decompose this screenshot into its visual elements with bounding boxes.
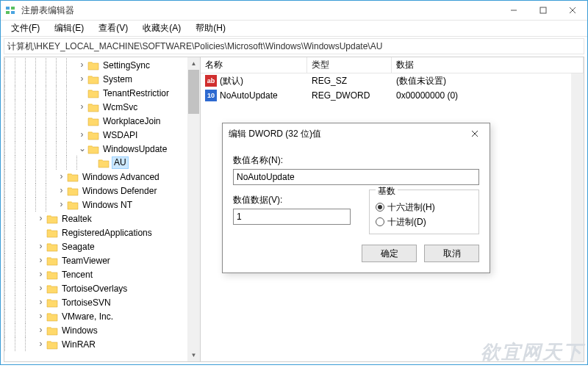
tree-node-workplacejoin[interactable]: WorkplaceJoin	[4, 114, 200, 128]
radio-dec-row[interactable]: 十进制(D)	[376, 214, 473, 229]
expand-icon[interactable]: ›	[56, 172, 67, 181]
tree-node-wsdapi[interactable]: ›WSDAPI	[4, 128, 200, 142]
value-name-input[interactable]	[233, 169, 479, 185]
folder-icon	[87, 88, 99, 98]
expand-icon[interactable]: ⌄	[76, 144, 87, 153]
expand-icon[interactable]: ›	[56, 200, 67, 209]
col-data[interactable]: 数据	[392, 57, 584, 73]
tree-node-tencent[interactable]: ›Tencent	[4, 267, 200, 281]
value-data-input[interactable]	[233, 209, 351, 225]
tree-node-settingsync[interactable]: ›SettingSync	[4, 58, 200, 72]
expand-icon[interactable]: ›	[35, 284, 46, 292]
scroll-thumb[interactable]	[188, 70, 199, 114]
tree-node-realtek[interactable]: ›Realtek	[4, 212, 200, 226]
tree-scrollbar[interactable]: ▲ ▼	[187, 57, 200, 361]
expand-icon[interactable]: ›	[35, 339, 46, 348]
folder-icon	[98, 158, 110, 168]
folder-icon	[46, 270, 58, 280]
expand-icon[interactable]: ›	[76, 74, 87, 83]
value-name: NoAutoUpdate	[220, 90, 278, 101]
menu-favorites[interactable]: 收藏夹(A)	[135, 21, 188, 36]
radio-dec[interactable]	[376, 217, 384, 226]
folder-icon	[87, 74, 99, 84]
menubar: 文件(F) 编辑(E) 查看(V) 收藏夹(A) 帮助(H)	[1, 21, 587, 37]
tree-node-tortoiseoverlays[interactable]: ›TortoiseOverlays	[4, 281, 200, 295]
minimize-button[interactable]	[499, 1, 528, 21]
list-row[interactable]: NoAutoUpdateREG_DWORD0x00000000 (0)	[201, 88, 584, 103]
tree-node-windows-defender[interactable]: ›Windows Defender	[4, 184, 200, 198]
menu-view[interactable]: 查看(V)	[91, 21, 135, 36]
tree-node-windowsupdate[interactable]: ⌄WindowsUpdate	[4, 142, 200, 156]
folder-icon	[67, 186, 79, 196]
tree-node-label: WcmSvc	[101, 102, 139, 112]
folder-icon	[67, 172, 79, 182]
tree-node-winrar[interactable]: ›WinRAR	[4, 337, 200, 351]
tree-node-au[interactable]: AU	[4, 156, 200, 170]
expand-icon[interactable]: ›	[35, 242, 46, 250]
tree-node-label: WindowsUpdate	[101, 144, 168, 154]
col-type[interactable]: 类型	[307, 57, 392, 73]
tree-node-seagate[interactable]: ›Seagate	[4, 239, 200, 253]
dialog-titlebar[interactable]: 编辑 DWORD (32 位)值	[223, 123, 490, 144]
svg-rect-3	[11, 11, 15, 14]
radio-dec-label: 十进制(D)	[387, 216, 426, 228]
tree-node-label: SettingSync	[101, 60, 151, 71]
scroll-down-icon[interactable]: ▼	[187, 349, 200, 361]
tree-node-windows-nt[interactable]: ›Windows NT	[4, 198, 200, 212]
value-name: (默认)	[220, 75, 243, 87]
tree-node-vmware-inc-[interactable]: ›VMware, Inc.	[4, 309, 200, 323]
folder-icon	[87, 130, 99, 140]
tree-node-system[interactable]: ›System	[4, 72, 200, 86]
radio-hex[interactable]	[376, 203, 384, 212]
tree-node-windows[interactable]: ›Windows	[4, 323, 200, 337]
tree-node-label: TenantRestrictior	[101, 88, 171, 98]
scroll-up-icon[interactable]: ▲	[187, 57, 200, 70]
col-name[interactable]: 名称	[201, 57, 307, 73]
tree-node-label: System	[101, 74, 134, 84]
menu-file[interactable]: 文件(F)	[4, 21, 47, 36]
dialog-close-button[interactable]	[460, 123, 490, 144]
folder-icon	[46, 297, 58, 308]
tree-node-label: VMware, Inc.	[60, 311, 115, 322]
tree-node-teamviewer[interactable]: ›TeamViewer	[4, 253, 200, 267]
string-value-icon	[205, 75, 217, 87]
expand-icon[interactable]: ›	[56, 186, 67, 195]
expand-icon[interactable]: ›	[35, 256, 46, 264]
folder-icon	[46, 325, 58, 336]
expand-icon[interactable]: ›	[35, 325, 46, 334]
svg-rect-1	[6, 11, 10, 14]
titlebar[interactable]: 注册表编辑器	[1, 1, 587, 21]
tree-node-label: TortoiseOverlays	[60, 284, 129, 294]
edit-dword-dialog: 编辑 DWORD (32 位)值 数值名称(N): 数值数据(V): 基数	[222, 123, 490, 273]
tree-node-tenantrestrictior[interactable]: TenantRestrictior	[4, 86, 200, 100]
base-legend: 基数	[376, 186, 398, 196]
expand-icon[interactable]: ›	[35, 214, 46, 223]
maximize-button[interactable]	[528, 1, 558, 21]
list-row[interactable]: (默认)REG_SZ(数值未设置)	[201, 73, 584, 88]
address-bar[interactable]: 计算机\HKEY_LOCAL_MACHINE\SOFTWARE\Policies…	[4, 38, 584, 54]
tree-node-label: WSDAPI	[101, 130, 139, 140]
expand-icon[interactable]: ›	[35, 297, 46, 306]
tree-panel[interactable]: ›SettingSync›SystemTenantRestrictior›Wcm…	[4, 57, 201, 362]
menu-edit[interactable]: 编辑(E)	[47, 21, 91, 36]
expand-icon[interactable]: ›	[35, 270, 46, 278]
close-button[interactable]	[558, 1, 587, 21]
expand-icon[interactable]: ›	[35, 311, 46, 320]
tree-node-label: Windows	[60, 325, 99, 336]
folder-icon	[67, 200, 79, 210]
expand-icon[interactable]: ›	[76, 60, 87, 69]
tree-node-wcmsvc[interactable]: ›WcmSvc	[4, 100, 200, 114]
radio-hex-row[interactable]: 十六进制(H)	[376, 200, 473, 214]
menu-help[interactable]: 帮助(H)	[188, 21, 233, 36]
list-scrollbar[interactable]	[571, 73, 584, 361]
cancel-button[interactable]: 取消	[424, 245, 479, 262]
regedit-window: 注册表编辑器 文件(F) 编辑(E) 查看(V) 收藏夹(A) 帮助(H) 计算…	[0, 0, 588, 365]
tree-node-windows-advanced[interactable]: ›Windows Advanced	[4, 170, 200, 184]
expand-icon[interactable]: ›	[76, 102, 87, 111]
tree-node-registeredapplications[interactable]: RegisteredApplications	[4, 226, 200, 239]
ok-button[interactable]: 确定	[362, 245, 417, 262]
value-name-label: 数值名称(N):	[233, 154, 479, 167]
expand-icon[interactable]: ›	[76, 130, 87, 139]
tree-node-tortoisesvn[interactable]: ›TortoiseSVN	[4, 295, 200, 309]
dword-value-icon	[205, 90, 217, 101]
